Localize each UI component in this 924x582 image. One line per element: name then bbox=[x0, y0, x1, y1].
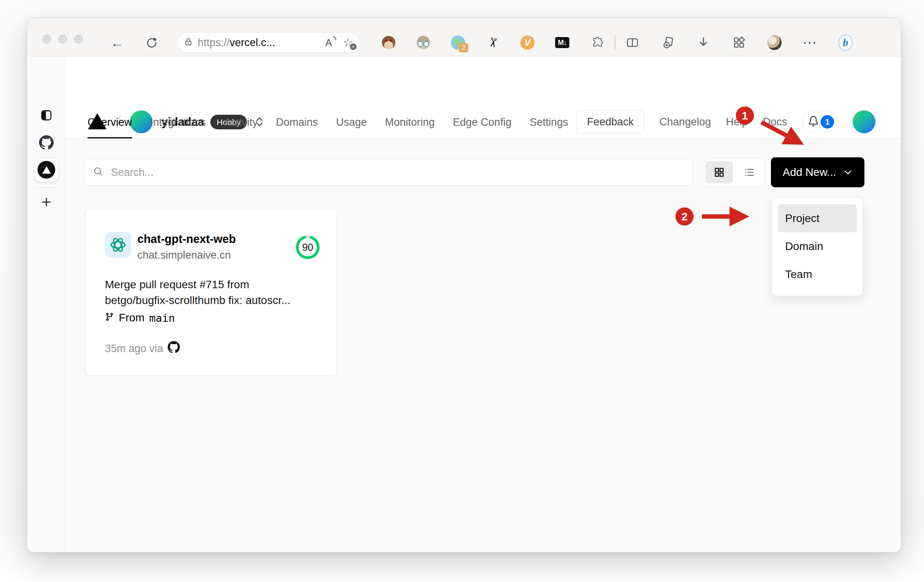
search-icon bbox=[93, 166, 104, 179]
chevron-down-icon bbox=[843, 168, 853, 177]
window-controls bbox=[43, 35, 83, 43]
bell-icon bbox=[808, 116, 819, 128]
tab-activity[interactable]: Activity bbox=[224, 116, 258, 138]
add-new-label: Add New... bbox=[783, 166, 836, 179]
help-link[interactable]: Help bbox=[726, 116, 748, 128]
tab-integrations[interactable]: Integrations bbox=[150, 116, 206, 138]
apps-launcher-icon[interactable] bbox=[732, 35, 746, 50]
sidebar-divider bbox=[35, 187, 58, 188]
dashboard-content: Add New... Project Domain Team bbox=[65, 138, 901, 552]
edge-sidebar: + bbox=[27, 56, 65, 552]
collections-icon[interactable] bbox=[661, 35, 675, 50]
project-card[interactable]: chat-gpt-next-web chat.simplenaive.cn 90… bbox=[85, 209, 337, 375]
from-label: From bbox=[119, 312, 144, 324]
browser-window: ← https://vercel.c... A ☆+ 2 ✂ V bbox=[27, 18, 901, 552]
minimize-window-button[interactable] bbox=[58, 35, 67, 43]
bing-chat-icon[interactable]: b bbox=[838, 35, 853, 50]
tab-suspender-extension-icon[interactable]: 2 bbox=[451, 35, 465, 50]
tab-settings[interactable]: Settings bbox=[529, 116, 568, 138]
notifications-button[interactable]: 1 bbox=[802, 111, 838, 133]
back-icon[interactable]: ← bbox=[108, 34, 126, 51]
downloads-icon[interactable] bbox=[696, 35, 711, 50]
tab-monitoring[interactable]: Monitoring bbox=[385, 116, 435, 138]
markdown-download-extension-icon[interactable]: M↓ bbox=[555, 35, 569, 50]
commit-message[interactable]: Merge pull request #715 frombetgo/bugfix… bbox=[105, 277, 318, 308]
header-actions: Feedback Changelog Help Docs 1 bbox=[576, 110, 875, 133]
desktop: ← https://vercel.c... A ☆+ 2 ✂ V bbox=[0, 0, 924, 582]
tampermonkey-extension-icon[interactable] bbox=[382, 35, 396, 50]
toolbar-right-icons: ⋯ b bbox=[625, 34, 853, 51]
sidebar-add-icon[interactable]: + bbox=[27, 193, 65, 212]
url-host: vercel.c... bbox=[230, 37, 275, 48]
branch-row: From main bbox=[105, 312, 175, 324]
split-screen-icon[interactable] bbox=[625, 35, 640, 50]
project-domain[interactable]: chat.simplenaive.cn bbox=[137, 249, 231, 261]
extensions-puzzle-icon[interactable] bbox=[590, 35, 604, 50]
lock-icon bbox=[184, 37, 193, 48]
extension-icons: 2 ✂ V M↓ bbox=[382, 34, 604, 51]
score-value: 90 bbox=[302, 242, 313, 253]
tab-domains[interactable]: Domains bbox=[276, 116, 318, 138]
video-helper-extension-icon[interactable]: V bbox=[520, 35, 535, 50]
vercel-dashboard: / yidadaa Hobby Feedback Changelog Help … bbox=[65, 56, 901, 552]
close-window-button[interactable] bbox=[43, 35, 51, 43]
extension-badge: 2 bbox=[459, 43, 468, 52]
search-input[interactable] bbox=[110, 166, 685, 179]
zoom-window-button[interactable] bbox=[74, 35, 83, 43]
favorite-star-icon[interactable]: ☆+ bbox=[343, 37, 354, 48]
url-scheme: https:// bbox=[198, 37, 230, 48]
github-icon bbox=[168, 341, 180, 356]
feedback-button[interactable]: Feedback bbox=[576, 110, 645, 133]
list-view-button[interactable] bbox=[735, 161, 763, 183]
add-new-button[interactable]: Add New... bbox=[771, 157, 864, 187]
notification-count-badge: 1 bbox=[821, 115, 834, 129]
project-title[interactable]: chat-gpt-next-web bbox=[137, 233, 236, 246]
more-menu-icon[interactable]: ⋯ bbox=[803, 35, 817, 50]
sidebar-panel-icon[interactable] bbox=[27, 109, 65, 121]
profile-avatar[interactable] bbox=[767, 35, 782, 50]
openai-logo-icon bbox=[105, 232, 131, 258]
vercel-circle-icon bbox=[37, 161, 55, 179]
tab-usage[interactable]: Usage bbox=[336, 116, 367, 138]
dashboard-header: / yidadaa Hobby Feedback Changelog Help … bbox=[65, 56, 901, 138]
refresh-icon[interactable] bbox=[143, 34, 160, 51]
dashboard-tabs: Overview Integrations Activity Domains U… bbox=[88, 116, 568, 138]
branch-name[interactable]: main bbox=[149, 312, 175, 324]
browser-toolbar: ← https://vercel.c... A ☆+ 2 ✂ V bbox=[27, 18, 901, 56]
url-text: https://vercel.c... bbox=[198, 37, 275, 49]
sidebar-vercel-app-active[interactable] bbox=[34, 158, 58, 182]
deploy-time: 35m ago via bbox=[105, 343, 163, 355]
dropdown-item-domain[interactable]: Domain bbox=[778, 232, 857, 260]
user-avatar[interactable] bbox=[853, 110, 875, 133]
grid-view-button[interactable] bbox=[705, 161, 733, 183]
avatar-extension-icon[interactable] bbox=[416, 35, 430, 50]
toolbar-divider bbox=[615, 35, 615, 49]
changelog-link[interactable]: Changelog bbox=[659, 116, 711, 128]
view-toggle bbox=[704, 158, 765, 187]
analytics-score-ring[interactable]: 90 bbox=[295, 234, 321, 260]
git-branch-icon bbox=[105, 312, 114, 324]
deploy-meta: 35m ago via bbox=[105, 341, 180, 356]
docs-link[interactable]: Docs bbox=[763, 116, 787, 128]
read-aloud-icon[interactable]: A bbox=[325, 37, 336, 48]
add-new-dropdown: Project Domain Team bbox=[772, 198, 863, 296]
dropdown-item-project[interactable]: Project bbox=[778, 204, 857, 232]
sidebar-github-icon[interactable] bbox=[27, 135, 65, 150]
tab-overview[interactable]: Overview bbox=[88, 116, 132, 138]
clipper-extension-icon[interactable]: ✂ bbox=[486, 35, 500, 50]
tab-edge-config[interactable]: Edge Config bbox=[453, 116, 512, 138]
address-bar-actions: A ☆+ bbox=[325, 37, 354, 48]
dropdown-item-team[interactable]: Team bbox=[778, 260, 857, 288]
add-favorite-plus-icon: + bbox=[350, 43, 357, 50]
project-search[interactable] bbox=[84, 159, 693, 186]
address-bar[interactable]: https://vercel.c... A ☆+ bbox=[177, 32, 360, 53]
